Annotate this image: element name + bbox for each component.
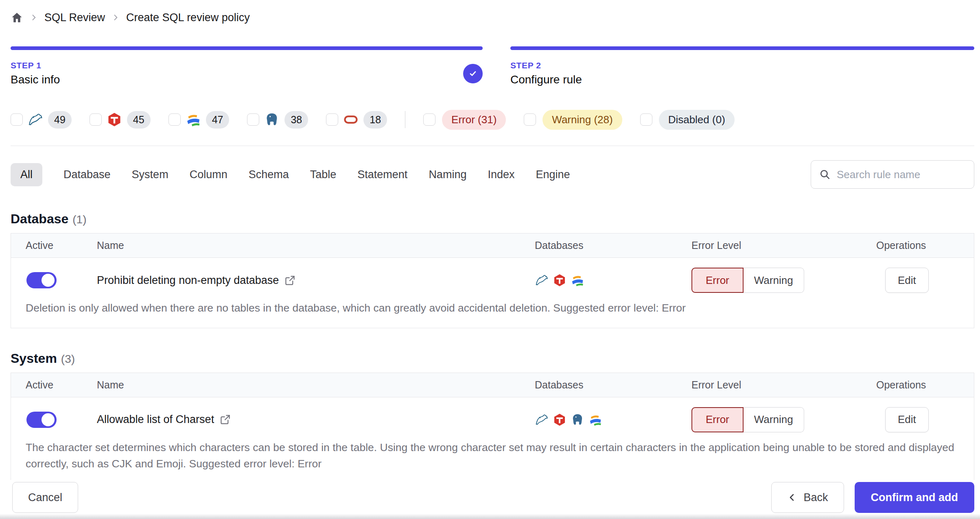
tab-index[interactable]: Index [488, 168, 514, 181]
external-link-icon[interactable] [220, 414, 231, 425]
step-2-label: STEP 2 [510, 61, 582, 70]
tidb-checkbox[interactable] [90, 113, 102, 126]
column-header-active: Active [26, 379, 97, 391]
step-2-progress-bar [510, 46, 974, 50]
filter-oracle: 18 [326, 111, 387, 129]
breadcrumb-sql-review[interactable]: SQL Review [44, 11, 105, 24]
column-header-databases: Databases [535, 379, 691, 391]
tab-system[interactable]: System [132, 168, 168, 181]
rule-databases [535, 273, 691, 287]
column-header-operations: Operations [876, 379, 966, 391]
error-filter-pill[interactable]: Error (31) [442, 110, 506, 130]
table-header-row: Active Name Databases Error Level Operat… [11, 233, 974, 258]
column-header-error-level: Error Level [691, 240, 876, 251]
warning-checkbox[interactable] [524, 113, 536, 126]
edit-button[interactable]: Edit [885, 407, 929, 432]
rule-description: Deletion is only allowed when there are … [11, 297, 974, 328]
error-checkbox[interactable] [423, 113, 435, 126]
filter-oceanbase: 47 [168, 111, 230, 129]
rule-databases [535, 413, 691, 427]
table-row: Prohibit deleting non-empty database Err… [11, 258, 974, 328]
tab-all[interactable]: All [11, 163, 42, 186]
error-level-warning-button[interactable]: Warning [744, 268, 804, 293]
tidb-icon [553, 413, 567, 427]
chevron-right-icon [30, 13, 38, 22]
tab-schema[interactable]: Schema [249, 168, 289, 181]
column-header-databases: Databases [535, 240, 691, 251]
step-2-title: Configure rule [510, 73, 582, 86]
filter-bar: 49 45 47 38 18 Error (31) War [11, 110, 974, 129]
oceanbase-icon [186, 112, 201, 127]
rule-name-link[interactable]: Allowable list of Charset [97, 413, 214, 426]
step-indicator: STEP 1 Basic info STEP 2 Configure rule [11, 46, 974, 86]
disabled-checkbox[interactable] [640, 113, 652, 126]
section-divider [11, 146, 974, 146]
filter-disabled: Disabled (0) [640, 110, 735, 130]
section-title: Database [11, 212, 68, 226]
filter-warning: Warning (28) [524, 110, 622, 130]
external-link-icon[interactable] [284, 275, 295, 286]
rule-description: The character set determines which chara… [11, 436, 974, 484]
warning-filter-pill[interactable]: Warning (28) [542, 110, 622, 130]
error-level-error-button[interactable]: Error [691, 268, 744, 293]
tab-column[interactable]: Column [190, 168, 228, 181]
step-1: STEP 1 Basic info [11, 46, 483, 86]
filter-postgresql: 38 [247, 111, 308, 129]
mysql-checkbox[interactable] [11, 113, 23, 126]
tab-table[interactable]: Table [310, 168, 337, 181]
search-icon [819, 169, 831, 180]
tab-engine[interactable]: Engine [536, 168, 570, 181]
toggle-knob [42, 413, 55, 426]
edit-button[interactable]: Edit [885, 268, 929, 293]
tab-database[interactable]: Database [63, 168, 111, 181]
filter-mysql: 49 [11, 111, 72, 129]
oracle-checkbox[interactable] [326, 113, 338, 126]
search-box [811, 160, 974, 189]
oceanbase-icon [588, 413, 602, 427]
error-level-error-button[interactable]: Error [691, 407, 744, 432]
disabled-filter-pill[interactable]: Disabled (0) [659, 110, 735, 130]
tidb-count-badge: 45 [127, 111, 151, 129]
column-header-error-level: Error Level [691, 379, 876, 391]
oceanbase-checkbox[interactable] [168, 113, 181, 126]
oceanbase-count-badge: 47 [206, 111, 230, 129]
postgresql-icon [571, 413, 584, 427]
mysql-icon [28, 112, 43, 127]
active-toggle[interactable] [26, 272, 57, 288]
section-heading-system: System(3) [11, 351, 974, 366]
filter-error: Error (31) [423, 110, 506, 130]
tab-naming[interactable]: Naming [429, 168, 466, 181]
step-1-title: Basic info [11, 73, 60, 86]
postgresql-checkbox[interactable] [247, 113, 259, 126]
search-input[interactable] [837, 168, 966, 181]
step-1-completed-check-icon [463, 64, 483, 83]
system-rules-table: Active Name Databases Error Level Operat… [11, 373, 974, 484]
mysql-count-badge: 49 [48, 111, 72, 129]
category-tabs: All Database System Column Schema Table … [11, 160, 974, 189]
active-toggle[interactable] [26, 412, 57, 428]
column-header-active: Active [26, 240, 97, 251]
confirm-and-add-button[interactable]: Confirm and add [855, 482, 975, 513]
mysql-icon [535, 413, 549, 427]
back-button[interactable]: Back [771, 482, 844, 513]
home-icon[interactable] [11, 11, 23, 24]
toggle-knob [42, 274, 55, 287]
breadcrumb-current-page: Create SQL review policy [126, 11, 250, 24]
table-header-row: Active Name Databases Error Level Operat… [11, 373, 974, 397]
cancel-button[interactable]: Cancel [12, 482, 78, 513]
step-1-progress-bar [11, 46, 483, 50]
postgresql-count-badge: 38 [284, 111, 308, 129]
error-level-warning-button[interactable]: Warning [744, 407, 804, 432]
chevron-left-icon [787, 493, 797, 502]
rule-name-link[interactable]: Prohibit deleting non-empty database [97, 274, 279, 287]
footer-action-bar: Cancel Back Confirm and add [0, 480, 980, 519]
oracle-icon [343, 112, 359, 127]
error-level-control: Error Warning [691, 268, 876, 293]
tidb-icon [107, 112, 122, 127]
database-rules-table: Active Name Databases Error Level Operat… [11, 233, 974, 328]
column-header-operations: Operations [876, 240, 966, 251]
oceanbase-icon [571, 273, 584, 287]
filter-tidb: 45 [90, 111, 151, 129]
section-count: (3) [61, 353, 75, 365]
tab-statement[interactable]: Statement [357, 168, 407, 181]
